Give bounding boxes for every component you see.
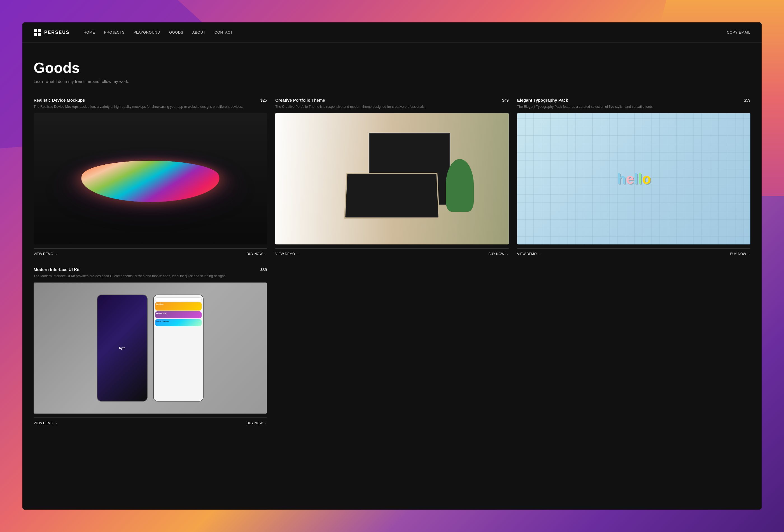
product-header-3: Elegant Typography Pack $59 bbox=[517, 98, 750, 103]
logo-icon bbox=[34, 29, 41, 36]
product-name-1: Realistic Device Mockups bbox=[34, 98, 85, 103]
product-card-elegant-typography: Elegant Typography Pack $59 The Elegant … bbox=[517, 98, 750, 256]
page-subtitle: Learn what I do in my free time and foll… bbox=[34, 79, 750, 84]
buy-now-4[interactable]: BUY NOW → bbox=[247, 421, 267, 425]
phone-card-spotlight: Spotlight bbox=[155, 302, 202, 310]
logo-area[interactable]: PERSEUS bbox=[34, 29, 69, 36]
phone-search-bar bbox=[155, 297, 202, 301]
workspace-visual bbox=[275, 113, 508, 245]
letter-l1: l bbox=[634, 170, 637, 187]
product-price-1: $25 bbox=[260, 98, 267, 103]
typography-visual: h e l l o bbox=[517, 113, 750, 245]
product-name-4: Modern Interface UI Kit bbox=[34, 267, 80, 272]
product-desc-1: The Realistic Device Mockups pack offers… bbox=[34, 104, 267, 109]
svg-rect-3 bbox=[38, 33, 41, 36]
letter-o: o bbox=[642, 170, 650, 187]
product-desc-3: The Elegant Typography Pack features a c… bbox=[517, 104, 750, 109]
product-price-3: $59 bbox=[744, 98, 750, 103]
workspace-laptop bbox=[344, 173, 440, 219]
nav-links: HOME PROJECTS PLAYGROUND GOODS ABOUT CON… bbox=[83, 30, 727, 34]
phone-left-inner: byte bbox=[97, 295, 147, 401]
product-footer-2: VIEW DEMO → BUY NOW → bbox=[275, 248, 508, 256]
nav-home[interactable]: HOME bbox=[83, 30, 95, 34]
product-image-3: h e l l o bbox=[517, 113, 750, 245]
logo-text: PERSEUS bbox=[44, 30, 69, 35]
svg-rect-2 bbox=[34, 33, 37, 36]
product-header-4: Modern Interface UI Kit $39 bbox=[34, 267, 267, 272]
phone-left: byte bbox=[97, 295, 147, 401]
letter-h: h bbox=[617, 170, 625, 187]
product-card-creative-portfolio: Creative Portfolio Theme $49 The Creativ… bbox=[275, 98, 508, 256]
main-container: PERSEUS HOME PROJECTS PLAYGROUND GOODS A… bbox=[22, 22, 762, 510]
byte-logo: byte bbox=[119, 346, 125, 350]
letter-e: e bbox=[626, 170, 633, 187]
phone-card-trending: New & Trending bbox=[155, 319, 202, 326]
mockup-visual bbox=[34, 113, 267, 245]
product-desc-2: The Creative Portfolio Theme is a respon… bbox=[275, 104, 508, 109]
nav-contact[interactable]: CONTACT bbox=[215, 30, 233, 34]
hello-letters: h e l l o bbox=[617, 170, 650, 187]
product-image-4: byte Spotlight Popular Now New & Trendin… bbox=[34, 282, 267, 414]
view-demo-3[interactable]: VIEW DEMO → bbox=[517, 252, 541, 256]
product-name-2: Creative Portfolio Theme bbox=[275, 98, 325, 103]
nav-projects[interactable]: PROJECTS bbox=[104, 30, 124, 34]
product-footer-4: VIEW DEMO → BUY NOW → bbox=[34, 418, 267, 425]
workspace-plant bbox=[446, 159, 474, 212]
buy-now-2[interactable]: BUY NOW → bbox=[488, 252, 508, 256]
svg-rect-1 bbox=[38, 29, 41, 32]
view-demo-2[interactable]: VIEW DEMO → bbox=[275, 252, 299, 256]
phone-right-inner: Spotlight Popular Now New & Trending bbox=[154, 295, 203, 401]
product-desc-4: The Modern Interface UI Kit provides pre… bbox=[34, 274, 267, 279]
view-demo-4[interactable]: VIEW DEMO → bbox=[34, 421, 57, 425]
product-card-modern-ui-kit: Modern Interface UI Kit $39 The Modern I… bbox=[34, 267, 267, 425]
phone-card-popular: Popular Now bbox=[155, 311, 202, 318]
page-title: Goods bbox=[34, 59, 750, 76]
product-card-realistic-mockups: Realistic Device Mockups $25 The Realist… bbox=[34, 98, 267, 256]
letter-l2: l bbox=[638, 170, 642, 187]
product-footer-3: VIEW DEMO → BUY NOW → bbox=[517, 248, 750, 256]
view-demo-1[interactable]: VIEW DEMO → bbox=[34, 252, 57, 256]
buy-now-1[interactable]: BUY NOW → bbox=[247, 252, 267, 256]
phone-right: Spotlight Popular Now New & Trending bbox=[153, 295, 204, 401]
product-name-3: Elegant Typography Pack bbox=[517, 98, 568, 103]
mockup-shape bbox=[70, 161, 231, 202]
product-price-4: $39 bbox=[260, 268, 267, 272]
products-grid: Realistic Device Mockups $25 The Realist… bbox=[34, 98, 750, 425]
mobile-visual: byte Spotlight Popular Now New & Trendin… bbox=[34, 282, 267, 414]
product-header-1: Realistic Device Mockups $25 bbox=[34, 98, 267, 103]
buy-now-3[interactable]: BUY NOW → bbox=[730, 252, 750, 256]
product-footer-1: VIEW DEMO → BUY NOW → bbox=[34, 248, 267, 256]
copy-email-button[interactable]: COPY EMAIL bbox=[727, 30, 750, 34]
product-image-2 bbox=[275, 113, 508, 245]
product-image-1 bbox=[34, 113, 267, 245]
nav-goods[interactable]: GOODS bbox=[169, 30, 184, 34]
page-content: Goods Learn what I do in my free time an… bbox=[22, 43, 762, 510]
navbar: PERSEUS HOME PROJECTS PLAYGROUND GOODS A… bbox=[22, 22, 762, 43]
nav-playground[interactable]: PLAYGROUND bbox=[134, 30, 160, 34]
svg-rect-0 bbox=[34, 29, 37, 32]
product-header-2: Creative Portfolio Theme $49 bbox=[275, 98, 508, 103]
product-price-2: $49 bbox=[502, 98, 508, 103]
nav-about[interactable]: ABOUT bbox=[192, 30, 205, 34]
